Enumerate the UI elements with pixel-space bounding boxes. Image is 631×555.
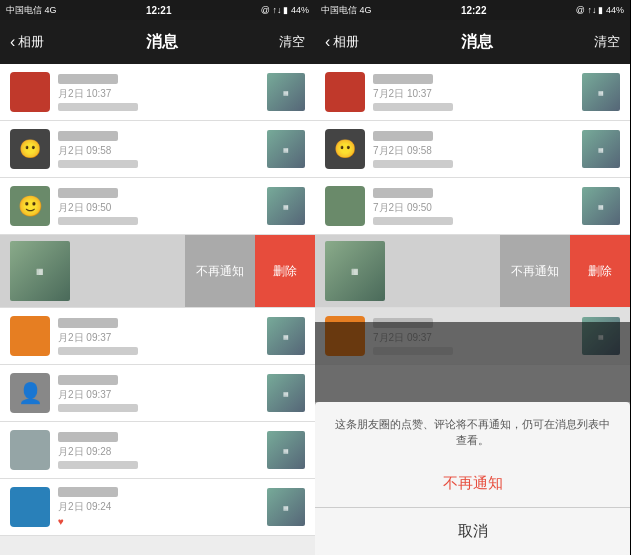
msg-time: 月2日 09:58: [58, 144, 259, 158]
msg-content: 7月2日 10:37: [373, 74, 574, 111]
dialog-overlay: 这条朋友圈的点赞、评论将不再通知，仍可在消息列表中查看。 不再通知 取消: [315, 322, 630, 556]
msg-time: 7月2日 09:50: [373, 201, 574, 215]
back-button-left[interactable]: ‹ 相册: [10, 33, 44, 51]
status-bar-left: 中国电信 4G 12:21 @ ↑↓ ▮ 44%: [0, 0, 315, 20]
avatar: 👤: [10, 373, 50, 413]
status-time-right: 12:22: [461, 5, 487, 16]
msg-name: [58, 318, 118, 328]
mute-button-left[interactable]: 不再通知: [185, 235, 255, 307]
mute-button-right[interactable]: 不再通知: [500, 235, 570, 307]
msg-content: 月2日 09:28: [58, 432, 259, 469]
delete-button-right[interactable]: 删除: [570, 235, 630, 307]
msg-name: [373, 74, 433, 84]
msg-time: 月2日 09:37: [58, 331, 259, 345]
dialog-cancel-button[interactable]: 取消: [315, 507, 630, 555]
msg-time: 月2日 09:37: [58, 388, 259, 402]
msg-thumbnail: ▦: [582, 130, 620, 168]
nav-title-right: 消息: [461, 32, 493, 53]
msg-name: [373, 188, 433, 198]
clear-button-left[interactable]: 清空: [279, 33, 305, 51]
msg-name: [58, 487, 118, 497]
msg-preview: [58, 461, 138, 469]
msg-thumbnail: ▦: [267, 73, 305, 111]
back-button-right[interactable]: ‹ 相册: [325, 33, 359, 51]
list-item[interactable]: 👤 月2日 09:37 ▦: [0, 365, 315, 422]
avatar: [10, 430, 50, 470]
msg-content: 7月2日 09:50: [373, 188, 574, 225]
heart-icon: ♥: [58, 516, 64, 527]
msg-preview: [58, 160, 138, 168]
avatar: [325, 72, 365, 112]
dialog-confirm-button[interactable]: 不再通知: [315, 459, 630, 507]
msg-time: 7月2日 09:58: [373, 144, 574, 158]
msg-thumbnail: ▦: [267, 187, 305, 225]
back-label-right: 相册: [333, 33, 359, 51]
avatar: 😶: [10, 129, 50, 169]
list-item[interactable]: 😶 月2日 09:58 ▦: [0, 121, 315, 178]
msg-preview: [58, 217, 138, 225]
dialog-message: 这条朋友圈的点赞、评论将不再通知，仍可在消息列表中查看。: [315, 402, 630, 459]
msg-name: [58, 74, 118, 84]
msg-thumbnail: ▦: [267, 130, 305, 168]
msg-thumbnail: ▦: [267, 317, 305, 355]
list-item[interactable]: 7月2日 10:37 ▦: [315, 64, 630, 121]
msg-name: [58, 188, 118, 198]
msg-time: 月2日 09:50: [58, 201, 259, 215]
msg-content: 月2日 10:37: [58, 74, 259, 111]
status-icons-left: @ ↑↓ ▮ 44%: [261, 5, 309, 15]
mute-dialog: 这条朋友圈的点赞、评论将不再通知，仍可在消息列表中查看。 不再通知 取消: [315, 402, 630, 556]
swipe-action-row-right: ▦ 不再通知 删除: [315, 235, 630, 308]
avatar: [10, 316, 50, 356]
status-carrier-left: 中国电信 4G: [6, 4, 57, 17]
back-arrow-left: ‹: [10, 33, 15, 51]
msg-content: 月2日 09:50: [58, 188, 259, 225]
msg-name: [373, 131, 433, 141]
avatar: [10, 487, 50, 527]
nav-bar-right: ‹ 相册 消息 清空: [315, 20, 630, 64]
msg-name: [58, 131, 118, 141]
message-list-left: 月2日 10:37 ▦ 😶 月2日 09:58 ▦ 🙂 月2: [0, 64, 315, 555]
msg-thumbnail: ▦: [582, 187, 620, 225]
list-item[interactable]: 月2日 09:28 ▦: [0, 422, 315, 479]
list-item[interactable]: 月2日 09:24 ♥ ▦: [0, 479, 315, 536]
list-item[interactable]: 月2日 09:37 ▦: [0, 308, 315, 365]
back-arrow-right: ‹: [325, 33, 330, 51]
msg-thumbnail: ▦: [267, 374, 305, 412]
status-icons-right: @ ↑↓ ▮ 44%: [576, 5, 624, 15]
status-time-left: 12:21: [146, 5, 172, 16]
msg-thumbnail: ▦: [267, 431, 305, 469]
delete-button-left[interactable]: 删除: [255, 235, 315, 307]
dialog-backdrop: [315, 322, 630, 402]
list-item[interactable]: 7月2日 09:50 ▦: [315, 178, 630, 235]
list-item[interactable]: 月2日 10:37 ▦: [0, 64, 315, 121]
msg-preview: [58, 347, 138, 355]
msg-time: 月2日 09:24: [58, 500, 259, 514]
back-label-left: 相册: [18, 33, 44, 51]
msg-preview: [373, 103, 453, 111]
msg-thumbnail: ▦: [267, 488, 305, 526]
clear-button-right[interactable]: 清空: [594, 33, 620, 51]
msg-preview: [58, 404, 138, 412]
swipe-action-row: ▦ 不再通知 删除: [0, 235, 315, 308]
msg-name: [58, 375, 118, 385]
msg-content: 7月2日 09:58: [373, 131, 574, 168]
list-item[interactable]: 😶 7月2日 09:58 ▦: [315, 121, 630, 178]
msg-content: 月2日 09:37: [58, 318, 259, 355]
status-carrier-right: 中国电信 4G: [321, 4, 372, 17]
list-item[interactable]: 🙂 月2日 09:50 ▦: [0, 178, 315, 235]
nav-title-left: 消息: [146, 32, 178, 53]
status-bar-right: 中国电信 4G 12:22 @ ↑↓ ▮ 44%: [315, 0, 630, 20]
msg-thumbnail: ▦: [582, 73, 620, 111]
msg-preview: [58, 103, 138, 111]
msg-preview: [373, 160, 453, 168]
avatar: [10, 72, 50, 112]
msg-time: 月2日 09:28: [58, 445, 259, 459]
avatar: 😶: [325, 129, 365, 169]
nav-bar-left: ‹ 相册 消息 清空: [0, 20, 315, 64]
avatar: 🙂: [10, 186, 50, 226]
left-panel: 中国电信 4G 12:21 @ ↑↓ ▮ 44% ‹ 相册 消息 清空 月2日 …: [0, 0, 315, 555]
swipe-thumbnail-right: ▦: [325, 241, 385, 301]
msg-time: 月2日 10:37: [58, 87, 259, 101]
right-panel: 中国电信 4G 12:22 @ ↑↓ ▮ 44% ‹ 相册 消息 清空: [315, 0, 630, 555]
msg-content: 月2日 09:58: [58, 131, 259, 168]
